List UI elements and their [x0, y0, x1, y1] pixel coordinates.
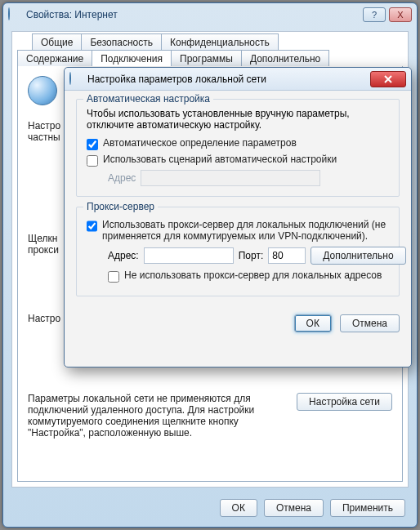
proxy-advanced-button[interactable]: Дополнительно [311, 247, 405, 265]
tab-general[interactable]: Общие [32, 33, 82, 50]
tab-content[interactable]: Содержание [17, 50, 92, 66]
script-address-label: Адрес [108, 172, 136, 184]
auto-detect-label: Автоматическое определение параметров [103, 137, 297, 149]
group-legend: Прокси-сервер [83, 201, 158, 212]
use-script-checkbox[interactable] [87, 155, 98, 167]
main-footer: ОК Отмена Применить [220, 499, 405, 517]
dialog-titlebar[interactable]: Настройка параметров локальной сети [65, 68, 411, 91]
proxy-port-label: Порт: [239, 250, 264, 261]
proxy-port-input[interactable] [268, 247, 306, 264]
use-proxy-checkbox[interactable] [87, 220, 97, 232]
script-address-input [141, 170, 320, 186]
ok-button[interactable]: ОК [220, 499, 257, 517]
tab-programs[interactable]: Программы [171, 50, 242, 66]
lan-settings-dialog: Настройка параметров локальной сети Авто… [64, 67, 412, 367]
group-legend: Автоматическая настройка [83, 93, 213, 105]
use-script-label: Использовать сценарий автоматической нас… [103, 154, 337, 165]
close-button[interactable]: X [389, 7, 412, 22]
apply-button[interactable]: Применить [330, 499, 405, 517]
tab-advanced[interactable]: Дополнительно [241, 50, 329, 66]
use-proxy-label: Использовать прокси-сервер для локальных… [102, 219, 389, 242]
ok-button[interactable]: ОК [294, 314, 332, 332]
globe-icon [69, 73, 83, 86]
globe-icon [8, 8, 21, 21]
bypass-local-checkbox[interactable] [108, 271, 119, 283]
bypass-local-label: Не использовать прокси-сервер для локаль… [124, 269, 382, 281]
dialog-footer: ОК Отмена [65, 314, 411, 342]
proxy-address-label: Адрес: [108, 250, 139, 261]
tab-connections[interactable]: Подключения [92, 50, 172, 66]
window-title: Свойства: Интернет [26, 9, 118, 20]
titlebar[interactable]: Свойства: Интернет ? X [3, 3, 417, 26]
globe-icon [28, 76, 57, 105]
tabs: Общие Безопасность Конфиденциальность Со… [12, 32, 408, 68]
auto-config-group: Автоматическая настройка Чтобы использов… [76, 99, 400, 197]
proxy-address-input[interactable] [144, 247, 234, 264]
lan-description: Параметры локальной сети не применяются … [28, 393, 287, 439]
auto-desc: Чтобы использовать установленные вручную… [87, 108, 389, 131]
auto-detect-checkbox[interactable] [87, 139, 98, 150]
lan-settings-button[interactable]: Настройка сети [297, 393, 392, 411]
tab-security[interactable]: Безопасность [81, 33, 162, 50]
dialog-title: Настройка параметров локальной сети [87, 73, 266, 85]
tab-privacy[interactable]: Конфиденциальность [161, 33, 279, 50]
proxy-group: Прокси-сервер Использовать прокси-сервер… [76, 207, 400, 296]
close-icon[interactable] [370, 71, 406, 87]
cancel-button[interactable]: Отмена [264, 499, 324, 517]
cancel-button[interactable]: Отмена [340, 314, 400, 332]
help-button[interactable]: ? [363, 7, 386, 22]
